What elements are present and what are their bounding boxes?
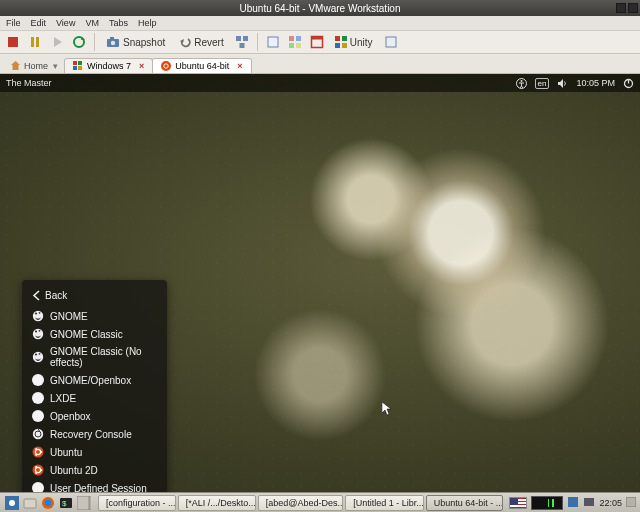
toolbar-extra-button[interactable]	[382, 33, 400, 51]
vmware-home-tab[interactable]: Home ▾	[4, 58, 64, 73]
svg-point-44	[35, 353, 37, 355]
session-option[interactable]: GNOME Classic (No effects)	[22, 343, 167, 371]
menu-file[interactable]: File	[6, 18, 21, 28]
host-clock[interactable]: 22:05	[599, 498, 622, 508]
taskbar-task[interactable]: Ubuntu 64-bit - ...	[426, 495, 504, 511]
svg-rect-26	[73, 61, 77, 65]
close-icon[interactable]: ×	[237, 61, 242, 71]
session-label: GNOME Classic	[50, 329, 123, 340]
svg-point-46	[33, 429, 43, 439]
session-option[interactable]: User Defined Session	[22, 479, 167, 492]
launcher-files[interactable]	[22, 495, 38, 511]
svg-rect-13	[268, 37, 278, 47]
keyboard-layout-indicator[interactable]	[509, 497, 527, 509]
svg-point-39	[39, 312, 41, 314]
svg-rect-10	[236, 36, 241, 41]
close-icon[interactable]: ×	[139, 61, 144, 71]
menu-edit[interactable]: Edit	[31, 18, 47, 28]
taskbar-task[interactable]: [configuration - ...	[98, 495, 176, 511]
power-off-button[interactable]	[4, 33, 22, 51]
svg-rect-73	[568, 497, 578, 507]
svg-point-60	[9, 500, 15, 506]
suspend-button[interactable]	[26, 33, 44, 51]
svg-point-41	[35, 330, 37, 332]
cpu-graph-indicator[interactable]	[531, 496, 563, 510]
tray-icon-3[interactable]	[626, 497, 636, 509]
session-label: Ubuntu	[50, 447, 82, 458]
taskbar-task[interactable]: [Untitled 1 - Libr...	[345, 495, 423, 511]
svg-rect-11	[243, 36, 248, 41]
menu-tabs[interactable]: Tabs	[109, 18, 128, 28]
camera-icon	[106, 36, 120, 48]
session-label: Ubuntu 2D	[50, 465, 98, 476]
svg-rect-22	[335, 43, 340, 48]
launcher-terminal[interactable]: $	[58, 495, 74, 511]
launcher-menu[interactable]	[4, 495, 20, 511]
guest-top-panel: The Master en 10:05 PM	[0, 74, 640, 92]
svg-marker-58	[382, 402, 391, 415]
vmware-toolbar: Snapshot Revert Unity	[0, 30, 640, 54]
svg-rect-0	[8, 37, 18, 47]
svg-marker-3	[54, 37, 62, 47]
tray-icon-2[interactable]	[583, 496, 595, 510]
fullscreen-button[interactable]	[308, 33, 326, 51]
language-indicator[interactable]: en	[535, 78, 550, 89]
clock-indicator[interactable]: 10:05 PM	[576, 78, 615, 88]
tab-ubuntu-64bit[interactable]: Ubuntu 64-bit ×	[152, 58, 251, 73]
svg-rect-29	[78, 66, 82, 70]
vmware-titlebar: Ubuntu 64-bit - VMware Workstation	[0, 0, 640, 16]
recover-icon	[32, 428, 44, 440]
svg-point-38	[35, 312, 37, 314]
svg-rect-19	[311, 37, 322, 40]
maximize-button[interactable]	[628, 3, 638, 13]
taskbar-task[interactable]: [*ALI /.../Deskto...	[178, 495, 256, 511]
svg-rect-1	[31, 37, 34, 47]
session-option[interactable]: Recovery Console	[22, 425, 167, 443]
snapshot-button[interactable]: Snapshot	[101, 32, 170, 52]
power-on-button[interactable]	[48, 33, 66, 51]
svg-point-7	[111, 41, 115, 45]
session-option[interactable]: Ubuntu 2D	[22, 461, 167, 479]
svg-rect-2	[36, 37, 39, 47]
svg-rect-8	[110, 37, 114, 40]
menu-view[interactable]: View	[56, 18, 75, 28]
reset-button[interactable]	[70, 33, 88, 51]
svg-point-42	[39, 330, 41, 332]
svg-rect-27	[78, 61, 82, 65]
svg-rect-20	[335, 36, 340, 41]
tab-windows-7[interactable]: Windows 7 ×	[64, 58, 153, 73]
dot-icon	[32, 392, 44, 404]
menu-vm[interactable]: VM	[85, 18, 99, 28]
session-label: Openbox	[50, 411, 91, 422]
svg-rect-74	[584, 498, 594, 506]
dropdown-icon: ▾	[53, 61, 58, 71]
ubuntu-icon	[161, 61, 171, 71]
tray-icon-1[interactable]	[567, 496, 579, 510]
thumbnail-button[interactable]	[286, 33, 304, 51]
session-option[interactable]: LXDE	[22, 389, 167, 407]
accessibility-indicator[interactable]	[516, 78, 527, 89]
volume-indicator[interactable]	[557, 78, 568, 89]
session-option[interactable]: GNOME/Openbox	[22, 371, 167, 389]
show-console-button[interactable]	[264, 33, 282, 51]
revert-button[interactable]: Revert	[174, 32, 228, 52]
gnome-icon	[32, 351, 44, 363]
minimize-button[interactable]	[616, 3, 626, 13]
session-option[interactable]: GNOME	[22, 307, 167, 325]
session-option[interactable]: Ubuntu	[22, 443, 167, 461]
session-option[interactable]: GNOME Classic	[22, 325, 167, 343]
session-option[interactable]: Openbox	[22, 407, 167, 425]
svg-point-57	[35, 472, 37, 474]
svg-rect-66	[77, 496, 89, 510]
pager[interactable]	[76, 495, 92, 511]
back-button[interactable]: Back	[22, 286, 167, 307]
menu-help[interactable]: Help	[138, 18, 157, 28]
unity-button[interactable]: Unity	[330, 32, 378, 52]
svg-point-56	[35, 466, 37, 468]
guest-display: The Master en 10:05 PM Back GNOMEGNOME C…	[0, 74, 640, 492]
snapshot-manager-button[interactable]	[233, 33, 251, 51]
launcher-firefox[interactable]	[40, 495, 56, 511]
taskbar-task[interactable]: [abed@Abed-Des...	[258, 495, 344, 511]
svg-marker-25	[11, 61, 20, 70]
power-indicator[interactable]	[623, 78, 634, 89]
